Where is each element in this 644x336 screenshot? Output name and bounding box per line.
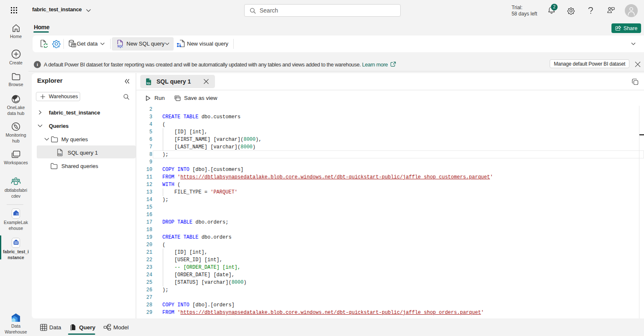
svg-text:SQL: SQL: [58, 153, 62, 155]
svg-text:SQL: SQL: [146, 81, 151, 84]
svg-text:SQL: SQL: [117, 45, 123, 48]
